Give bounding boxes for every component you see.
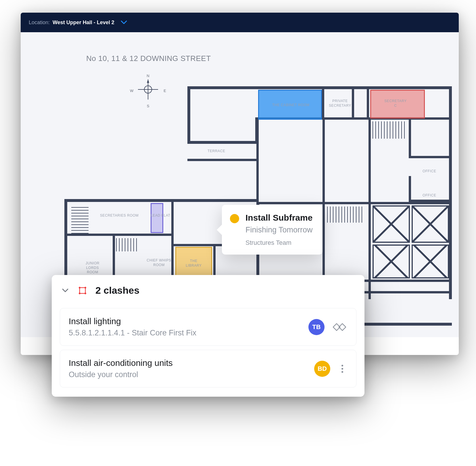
svg-point-4: [79, 287, 80, 289]
room-label: OFFICE: [423, 169, 436, 174]
clash-item-title: Install air-conditioning units: [69, 358, 307, 368]
chevron-down-icon[interactable]: [120, 19, 128, 26]
clashes-title: 2 clashes: [95, 285, 139, 296]
room-label: CHIEF WHIPS ROOM: [147, 258, 171, 267]
clash-item-title: Install lighting: [69, 316, 302, 326]
svg-point-6: [79, 293, 80, 294]
svg-point-5: [85, 287, 86, 289]
status-dot-icon: [230, 214, 239, 223]
clash-icon: [78, 286, 87, 295]
room-label: SECRETARY C: [375, 99, 416, 108]
task-popover[interactable]: Install Subframe Finishing Tomorrow Stru…: [222, 205, 323, 255]
room-label: THE LIBRARY: [182, 259, 205, 268]
zone-leadflat-highlight[interactable]: [151, 203, 163, 233]
clashes-panel: 2 clashes Install lighting 5.5.8.1.2.1.1…: [52, 275, 364, 397]
clash-item-subtitle: Outside your control: [69, 370, 307, 379]
chevron-down-icon[interactable]: [61, 286, 70, 295]
room-label: LEAD FLAT: [151, 213, 170, 218]
location-label: Location:: [29, 20, 50, 26]
location-bar[interactable]: Location: West Upper Hall - Level 2: [21, 13, 459, 32]
popover-team: Structures Team: [245, 239, 313, 247]
plan-title: No 10, 11 & 12 DOWNING STREET: [86, 54, 211, 63]
popover-subtitle: Finishing Tomorrow: [245, 226, 313, 234]
clash-item[interactable]: Install lighting 5.5.8.1.2.1.1.4.1 - Sta…: [60, 308, 356, 346]
more-icon[interactable]: [337, 365, 348, 373]
room-label: THE CABINET ROOM: [265, 103, 317, 108]
link-icon[interactable]: [331, 321, 348, 333]
avatar[interactable]: TB: [308, 319, 325, 335]
room-label: SECRETARIES ROOM: [100, 213, 139, 218]
clashes-header[interactable]: 2 clashes: [60, 283, 356, 304]
clash-item-subtitle: 5.5.8.1.2.1.1.4.1 - Stair Core First Fix: [69, 329, 302, 337]
room-label: OFFICE: [423, 193, 436, 198]
room-label: JUNIOR LORDS ROOM: [78, 261, 107, 275]
svg-point-7: [85, 293, 86, 294]
room-label: TERRACE: [208, 149, 225, 154]
location-value: West Upper Hall - Level 2: [53, 20, 114, 26]
room-label: PRIVATE SECRETARY: [327, 99, 353, 108]
avatar[interactable]: BD: [314, 361, 330, 377]
svg-rect-3: [80, 288, 85, 293]
popover-title: Install Subframe: [245, 213, 313, 223]
clash-item[interactable]: Install air-conditioning units Outside y…: [60, 350, 356, 387]
